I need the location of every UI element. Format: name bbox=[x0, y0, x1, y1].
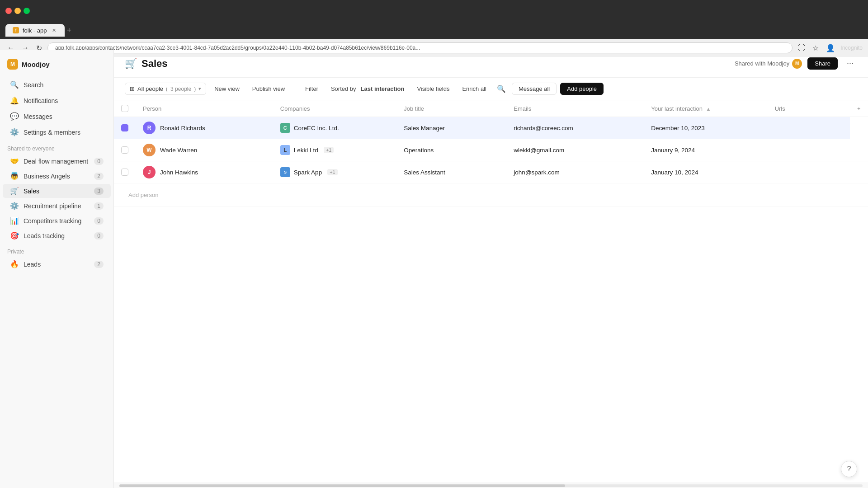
sidebar: M Moodjoy 🔍 Search 🔔 Notifications 💬 Mes… bbox=[0, 50, 114, 488]
shared-with-label: Shared with Moodjoy bbox=[735, 60, 789, 67]
brand-name: Moodjoy bbox=[22, 61, 50, 68]
enrich-all-label: Enrich all bbox=[462, 85, 486, 92]
th-interaction[interactable]: Your last interaction ▲ bbox=[644, 100, 767, 117]
row-checkbox-cell bbox=[114, 117, 136, 139]
angels-label: Business Angels bbox=[24, 173, 90, 180]
sorted-by-field: Last interaction bbox=[361, 85, 405, 92]
shared-section-label: Shared to everyone bbox=[0, 140, 113, 154]
page-header-actions: Shared with Moodjoy M Share ··· bbox=[735, 57, 857, 70]
sidebar-item-competitors[interactable]: 📊 Competitors tracking 0 bbox=[3, 214, 111, 228]
close-window-btn[interactable] bbox=[5, 8, 12, 14]
sidebar-item-leads[interactable]: 🔥 Leads 2 bbox=[3, 257, 111, 271]
competitors-icon: 📊 bbox=[10, 216, 19, 225]
email-cell: richards@coreec.com bbox=[506, 117, 644, 139]
sidebar-item-business-angels[interactable]: 👼 Business Angels 2 bbox=[3, 169, 111, 183]
view-icon: ⊞ bbox=[130, 85, 135, 92]
page-icon: 🛒 bbox=[125, 58, 137, 70]
titlebar bbox=[0, 0, 868, 22]
shared-avatar: M bbox=[792, 59, 802, 69]
all-people-selector[interactable]: ⊞ All people ( 3 people ) ▾ bbox=[125, 83, 206, 95]
tab-close-btn[interactable]: ✕ bbox=[50, 27, 57, 34]
row-checkbox-cell bbox=[114, 161, 136, 183]
sidebar-item-notifications[interactable]: 🔔 Notifications bbox=[3, 93, 111, 108]
competitors-count: 0 bbox=[94, 217, 104, 225]
sorted-by-display[interactable]: Sorted by Last interaction bbox=[326, 83, 409, 94]
publish-view-label: Publish view bbox=[252, 85, 285, 92]
new-view-label: New view bbox=[214, 85, 240, 92]
add-people-btn[interactable]: Add people bbox=[560, 83, 604, 95]
company-icon: C bbox=[280, 123, 290, 133]
filter-btn[interactable]: Filter bbox=[301, 83, 323, 94]
person-name: Wade Warren bbox=[160, 147, 197, 154]
chat-icon: 💬 bbox=[10, 112, 19, 121]
page-header: 🛒 Sales Shared with Moodjoy M Share ··· bbox=[114, 50, 868, 78]
sidebar-item-deal-flow[interactable]: 🤝 Deal flow management 0 bbox=[3, 154, 111, 168]
maximize-window-btn[interactable] bbox=[24, 8, 30, 14]
publish-view-btn[interactable]: Publish view bbox=[248, 83, 289, 94]
search-label: Search bbox=[24, 81, 43, 89]
deal-flow-icon: 🤝 bbox=[10, 157, 19, 165]
th-emails: Emails bbox=[506, 100, 644, 117]
person-cell: R Ronald Richards bbox=[136, 117, 273, 139]
avatar: J bbox=[143, 166, 156, 178]
th-add-col[interactable]: + bbox=[850, 100, 868, 117]
select-all-checkbox[interactable] bbox=[121, 105, 128, 112]
visible-fields-btn[interactable]: Visible fields bbox=[412, 83, 454, 94]
search-btn[interactable]: 🔍 bbox=[495, 82, 508, 95]
leads-tracking-count: 0 bbox=[94, 232, 104, 239]
row-checkbox[interactable] bbox=[121, 146, 128, 154]
row-checkbox[interactable] bbox=[121, 124, 128, 131]
deal-flow-count: 0 bbox=[94, 158, 104, 165]
company-name: Spark App bbox=[294, 169, 322, 176]
scroll-track bbox=[119, 484, 863, 487]
sidebar-item-recruitment[interactable]: ⚙️ Recruitment pipeline 1 bbox=[3, 199, 111, 213]
company-name: Lekki Ltd bbox=[294, 147, 318, 154]
horizontal-scrollbar[interactable] bbox=[114, 483, 868, 488]
email-cell: john@spark.com bbox=[506, 161, 644, 183]
add-person-row[interactable]: Add person bbox=[114, 183, 868, 207]
all-people-paren: ) bbox=[194, 86, 196, 92]
sales-icon: 🛒 bbox=[10, 187, 19, 195]
more-options-btn[interactable]: ··· bbox=[843, 57, 857, 70]
bell-icon: 🔔 bbox=[10, 96, 19, 105]
share-button[interactable]: Share bbox=[807, 57, 838, 70]
avatar: R bbox=[143, 122, 156, 134]
active-tab[interactable]: f folk - app ✕ bbox=[5, 24, 65, 37]
enrich-all-btn[interactable]: Enrich all bbox=[458, 83, 491, 94]
sidebar-item-leads-tracking[interactable]: 🎯 Leads tracking 0 bbox=[3, 229, 111, 243]
message-all-btn[interactable]: Message all bbox=[512, 83, 557, 95]
sidebar-item-messages[interactable]: 💬 Messages bbox=[3, 109, 111, 124]
add-person-label[interactable]: Add person bbox=[121, 188, 861, 202]
toolbar: ⊞ All people ( 3 people ) ▾ New view Pub… bbox=[114, 78, 868, 100]
tab-bar: f folk - app ✕ + bbox=[0, 22, 868, 39]
table-row[interactable]: W Wade Warren L Lekki Ltd +1 Operations bbox=[114, 139, 868, 161]
company-icon: L bbox=[280, 145, 290, 155]
sidebar-item-sales[interactable]: 🛒 Sales 3 bbox=[3, 184, 111, 198]
table-container: Person Companies Job title Emails Your l… bbox=[114, 100, 868, 483]
visible-fields-label: Visible fields bbox=[417, 85, 449, 92]
help-button[interactable]: ? bbox=[841, 461, 857, 477]
urls-cell bbox=[768, 161, 850, 183]
sidebar-item-search[interactable]: 🔍 Search bbox=[3, 77, 111, 92]
table-row[interactable]: J John Hawkins S bbox=[114, 161, 868, 183]
sidebar-item-settings[interactable]: ⚙️ Settings & members bbox=[3, 125, 111, 140]
interaction-cell: December 10, 2023 bbox=[644, 117, 767, 139]
row-checkbox[interactable] bbox=[121, 169, 128, 176]
extra-companies-badge: +1 bbox=[327, 169, 338, 175]
person-cell: J John Hawkins bbox=[136, 161, 273, 183]
new-tab-btn[interactable]: + bbox=[66, 26, 71, 35]
gear-icon: ⚙️ bbox=[10, 128, 19, 136]
interaction-cell: January 10, 2024 bbox=[644, 161, 767, 183]
leads-tracking-icon: 🎯 bbox=[10, 231, 19, 240]
new-view-btn[interactable]: New view bbox=[210, 83, 244, 94]
table-row[interactable]: R Ronald Richards C CoreEC Inc. Ltd. Sal… bbox=[114, 117, 868, 139]
recruitment-icon: ⚙️ bbox=[10, 202, 19, 210]
private-section-label: Private bbox=[0, 243, 113, 257]
minimize-window-btn[interactable] bbox=[14, 8, 21, 14]
person-name: Ronald Richards bbox=[160, 125, 205, 131]
leads-label: Leads bbox=[24, 261, 90, 268]
avatar: W bbox=[143, 144, 156, 156]
browser-chrome: f folk - app ✕ + ← → ↻ app.folk.app/apps… bbox=[0, 0, 868, 50]
th-companies: Companies bbox=[273, 100, 396, 117]
shared-with: Shared with Moodjoy M bbox=[735, 59, 802, 69]
